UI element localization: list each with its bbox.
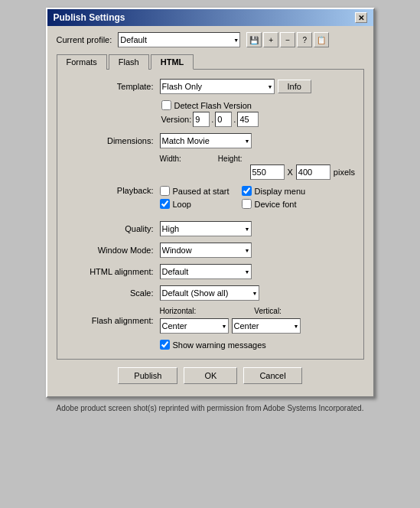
- width-input[interactable]: [250, 164, 285, 180]
- warning-label[interactable]: Show warning messages: [160, 340, 351, 350]
- flash-alignment-row: Flash alignment: Horizontal: Vertical: C…: [70, 307, 351, 334]
- version-major-input[interactable]: [193, 112, 210, 127]
- version-minor-input[interactable]: [215, 112, 232, 127]
- quality-select[interactable]: High: [160, 221, 252, 236]
- loop-label[interactable]: Loop: [160, 199, 230, 209]
- vertical-select-wrapper: Center: [232, 318, 301, 334]
- template-select-wrapper: Flash Only: [160, 79, 275, 94]
- warning-row: Show warning messages: [160, 340, 351, 350]
- dimensions-row: Dimensions: Match Movie: [70, 133, 351, 148]
- width-label: Width:: [160, 155, 181, 163]
- delete-profile-icon[interactable]: −: [280, 32, 295, 47]
- profile-select[interactable]: Default: [118, 32, 240, 47]
- paused-label[interactable]: Paused at start: [160, 186, 230, 196]
- vertical-label: Vertical:: [254, 307, 282, 315]
- template-row: Template: Flash Only Info: [70, 79, 351, 94]
- window-mode-label: Window Mode:: [70, 246, 154, 255]
- version-dot2: .: [233, 115, 236, 124]
- dimensions-select-wrapper: Match Movie: [160, 133, 252, 148]
- height-label: Height:: [218, 155, 243, 163]
- dim-inputs: X pixels: [250, 164, 351, 180]
- tab-html[interactable]: HTML: [151, 54, 194, 70]
- duplicate-profile-icon[interactable]: 📋: [314, 32, 329, 47]
- dimensions-label: Dimensions:: [70, 136, 154, 145]
- publish-button[interactable]: Publish: [118, 367, 177, 384]
- x-separator: X: [288, 168, 293, 177]
- profile-select-wrapper: Default: [118, 32, 240, 47]
- dimensions-select[interactable]: Match Movie: [160, 133, 252, 148]
- publish-settings-dialog: Publish Settings ✕ Current profile: Defa…: [46, 8, 375, 398]
- footer-text: Adobe product screen shot(s) reprinted w…: [57, 404, 364, 412]
- template-select[interactable]: Flash Only: [160, 79, 275, 94]
- playback-options: Paused at start Loop Display menu: [160, 186, 306, 209]
- playback-col-left: Paused at start Loop: [160, 186, 230, 209]
- info-button[interactable]: Info: [278, 80, 311, 93]
- template-controls: Flash Only Info: [160, 79, 351, 94]
- flash-alignment-controls: Horizontal: Vertical: Center Center: [160, 307, 301, 334]
- bottom-buttons: Publish OK Cancel: [57, 360, 364, 389]
- horizontal-select-wrapper: Center: [160, 318, 229, 334]
- height-input[interactable]: [296, 164, 330, 180]
- display-menu-label[interactable]: Display menu: [242, 186, 306, 196]
- html-tab-content: Template: Flash Only Info Detect Flash V…: [57, 69, 364, 360]
- dim-width-section: Width: Height: X pixels: [160, 155, 351, 180]
- alignment-selects: Center Center: [160, 318, 301, 334]
- html-alignment-label: HTML alignment:: [70, 267, 154, 276]
- horizontal-select[interactable]: Center: [160, 318, 229, 334]
- playback-label: Playback:: [70, 186, 154, 195]
- save-profile-icon[interactable]: 💾: [246, 32, 262, 47]
- quality-row: Quality: High: [70, 221, 351, 236]
- pixels-label: pixels: [334, 168, 355, 177]
- window-mode-select-wrapper: Window: [160, 243, 252, 258]
- version-dot1: .: [211, 115, 213, 124]
- scale-select-wrapper: Default (Show all): [160, 285, 259, 301]
- ok-button[interactable]: OK: [184, 367, 237, 384]
- profile-label: Current profile:: [57, 35, 112, 44]
- warning-checkbox[interactable]: [160, 340, 170, 350]
- loop-checkbox[interactable]: [160, 199, 170, 209]
- detect-flash-row: Detect Flash Version: [161, 100, 351, 110]
- tab-flash[interactable]: Flash: [109, 54, 149, 70]
- alignment-col-headers: Horizontal: Vertical:: [160, 307, 301, 315]
- scale-select[interactable]: Default (Show all): [160, 285, 259, 301]
- scale-label: Scale:: [70, 288, 154, 298]
- title-bar: Publish Settings ✕: [47, 9, 373, 26]
- dialog-title: Publish Settings: [54, 12, 125, 23]
- vertical-select[interactable]: Center: [232, 318, 301, 334]
- display-menu-checkbox[interactable]: [242, 186, 252, 196]
- template-label: Template:: [70, 82, 154, 91]
- playback-row: Playback: Paused at start Loop: [70, 186, 351, 215]
- cancel-button[interactable]: Cancel: [243, 367, 301, 384]
- flash-alignment-label: Flash alignment:: [70, 316, 154, 325]
- detect-flash-label[interactable]: Detect Flash Version: [161, 100, 351, 110]
- device-font-label[interactable]: Device font: [242, 199, 306, 209]
- paused-checkbox[interactable]: [160, 186, 170, 196]
- dialog-body: Current profile: Default 💾 + − ? 📋 Forma…: [47, 26, 373, 396]
- window-mode-row: Window Mode: Window: [70, 243, 351, 258]
- version-row: Version: . .: [161, 112, 351, 127]
- html-alignment-select[interactable]: Default: [160, 264, 252, 279]
- version-label: Version:: [161, 115, 192, 124]
- profile-row: Current profile: Default 💾 + − ? 📋: [57, 32, 364, 47]
- close-button[interactable]: ✕: [355, 12, 367, 23]
- detect-flash-checkbox[interactable]: [161, 100, 171, 110]
- info-profile-icon[interactable]: ?: [297, 32, 312, 47]
- tabs: Formats Flash HTML: [57, 54, 364, 69]
- toolbar-icons: 💾 + − ? 📋: [246, 32, 329, 47]
- quality-label: Quality:: [70, 224, 154, 233]
- add-profile-icon[interactable]: +: [263, 32, 278, 47]
- device-font-checkbox[interactable]: [242, 199, 252, 209]
- html-alignment-row: HTML alignment: Default: [70, 264, 351, 279]
- html-alignment-select-wrapper: Default: [160, 264, 252, 279]
- window-mode-select[interactable]: Window: [160, 243, 252, 258]
- tab-formats[interactable]: Formats: [57, 54, 107, 70]
- playback-col-right: Display menu Device font: [242, 186, 306, 209]
- scale-row: Scale: Default (Show all): [70, 285, 351, 301]
- quality-select-wrapper: High: [160, 221, 252, 236]
- width-height-labels: Width: Height:: [160, 155, 351, 163]
- horizontal-label: Horizontal:: [160, 307, 197, 315]
- version-patch-input[interactable]: [237, 112, 259, 127]
